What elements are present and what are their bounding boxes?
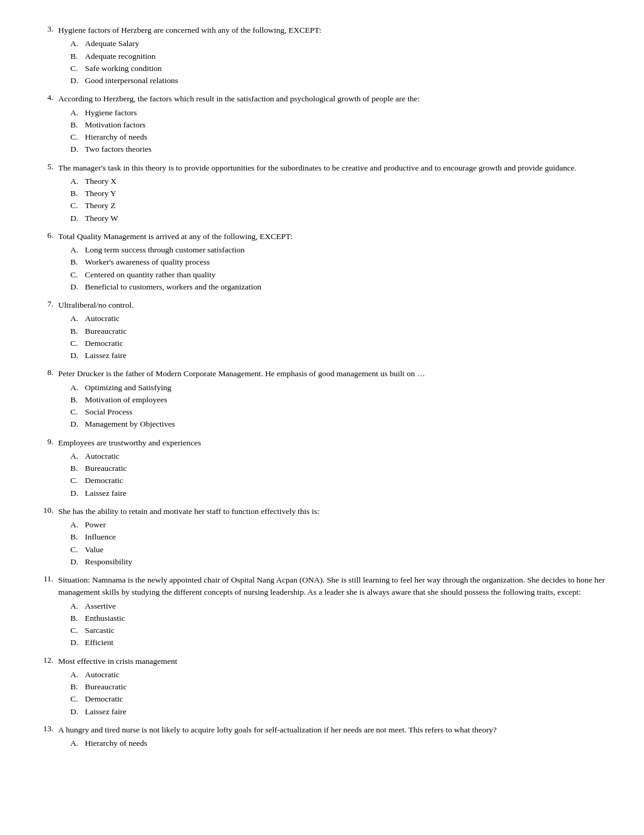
question-content: She has the ability to retain and motiva… (58, 505, 608, 568)
question-content: Most effective in crisis managementA.Aut… (58, 655, 608, 718)
choice-letter: A. (70, 107, 85, 119)
questions-container: 3.Hygiene factors of Herzberg are concer… (36, 24, 608, 749)
question-block: 6.Total Quality Management is arrived at… (36, 231, 608, 293)
choice-letter: C. (70, 624, 85, 637)
question-block: 10.She has the ability to retain and mot… (36, 505, 608, 568)
choices-list: A.Hierarchy of needs (70, 737, 608, 749)
choice-item: A.Long term success through customer sat… (70, 244, 608, 256)
choice-letter: C. (70, 337, 85, 350)
choice-text: Motivation of employees (85, 394, 608, 406)
choice-item: B.Theory Y (70, 188, 608, 200)
question-block: 3.Hygiene factors of Herzberg are concer… (36, 24, 608, 87)
choice-text: Autocratic (85, 669, 608, 681)
choice-letter: C. (70, 63, 85, 75)
choices-list: A.Theory XB.Theory YC.Theory ZD.Theory W (70, 175, 608, 225)
choice-text: Autocratic (85, 313, 608, 325)
choice-letter: A. (70, 175, 85, 188)
choice-text: Motivation factors (85, 119, 608, 131)
choice-letter: A. (70, 600, 85, 612)
choice-item: D.Laissez faire (70, 706, 608, 718)
choice-letter: A. (70, 244, 85, 256)
choice-text: Assertive (85, 600, 608, 612)
question-number: 11. (36, 574, 58, 649)
choice-item: B.Motivation factors (70, 119, 608, 131)
choices-list: A.AutocraticB.BureaucraticC.DemocraticD.… (70, 450, 608, 499)
question-block: 5.The manager's task in this theory is t… (36, 162, 608, 225)
choice-item: C.Hierarchy of needs (70, 131, 608, 143)
choice-item: A.Power (70, 519, 608, 531)
choice-text: Hierarchy of needs (85, 131, 608, 143)
question-block: 12.Most effective in crisis managementA.… (36, 655, 608, 718)
choice-item: B.Bureaucratic (70, 681, 608, 693)
question-content: Situation: Namnama is the newly appointe… (58, 574, 608, 649)
choice-item: C.Social Process (70, 406, 608, 418)
choice-item: D.Laissez faire (70, 487, 608, 499)
choice-item: D.Management by Objectives (70, 418, 608, 430)
choice-letter: A. (70, 450, 85, 462)
question-text: A hungry and tired nurse is not likely t… (58, 724, 608, 736)
question-text: She has the ability to retain and motiva… (58, 505, 608, 518)
question-text: The manager's task in this theory is to … (58, 162, 608, 174)
choice-text: Bureaucratic (85, 681, 608, 693)
choice-text: Efficient (85, 637, 608, 649)
choice-letter: A. (70, 669, 85, 681)
choice-letter: D. (70, 143, 85, 155)
choice-item: B.Worker's awareness of quality process (70, 256, 608, 268)
choice-letter: D. (70, 350, 85, 362)
choice-item: A.Hygiene factors (70, 107, 608, 119)
choice-letter: D. (70, 212, 85, 225)
choice-text: Sarcastic (85, 624, 608, 637)
choice-item: B.Adequate recognition (70, 50, 608, 63)
choices-list: A.Hygiene factorsB.Motivation factorsC.H… (70, 107, 608, 156)
question-content: Employees are trustworthy and experience… (58, 437, 608, 499)
choice-text: Beneficial to customers, workers and the… (85, 281, 608, 293)
question-block: 8.Peter Drucker is the father of Modern … (36, 368, 608, 430)
question-number: 5. (36, 162, 58, 225)
choice-item: C.Democratic (70, 693, 608, 705)
choices-list: A.Adequate SalaryB.Adequate recognitionC… (70, 38, 608, 87)
choice-letter: A. (70, 519, 85, 531)
choice-text: Good interpersonal relations (85, 75, 608, 87)
choice-text: Democratic (85, 475, 608, 487)
choice-text: Laissez faire (85, 350, 608, 362)
choice-letter: C. (70, 269, 85, 281)
question-text: Situation: Namnama is the newly appointe… (58, 574, 608, 599)
question-number: 3. (36, 24, 58, 87)
choice-letter: D. (70, 75, 85, 87)
choice-letter: B. (70, 681, 85, 693)
question-text: Most effective in crisis management (58, 655, 608, 668)
choice-text: Power (85, 519, 608, 531)
choice-text: Optimizing and Satisfying (85, 382, 608, 394)
choice-letter: B. (70, 394, 85, 406)
choice-text: Safe working condition (85, 63, 608, 75)
question-block: 7.Ultraliberal/no control.A.AutocraticB.… (36, 299, 608, 362)
choice-text: Democratic (85, 693, 608, 705)
question-number: 9. (36, 437, 58, 499)
choice-text: Hygiene factors (85, 107, 608, 119)
choice-text: Long term success through customer satis… (85, 244, 608, 256)
question-content: The manager's task in this theory is to … (58, 162, 608, 225)
question-number: 10. (36, 505, 58, 568)
choice-letter: D. (70, 281, 85, 293)
choice-letter: C. (70, 200, 85, 212)
choice-item: C.Centered on quantity rather than quali… (70, 269, 608, 281)
question-text: Peter Drucker is the father of Modern Co… (58, 368, 608, 380)
choice-item: D.Beneficial to customers, workers and t… (70, 281, 608, 293)
choice-text: Autocratic (85, 450, 608, 462)
choice-text: Social Process (85, 406, 608, 418)
choice-letter: D. (70, 418, 85, 430)
choice-text: Bureaucratic (85, 325, 608, 337)
choices-list: A.Long term success through customer sat… (70, 244, 608, 293)
choice-letter: B. (70, 612, 85, 624)
choice-text: Theory W (85, 212, 608, 225)
choices-list: A.Optimizing and SatisfyingB.Motivation … (70, 382, 608, 431)
choice-item: A.Autocratic (70, 313, 608, 325)
question-content: A hungry and tired nurse is not likely t… (58, 724, 608, 750)
question-number: 7. (36, 299, 58, 362)
choices-list: A.PowerB.InfluenceC.ValueD.Responsibilit… (70, 519, 608, 568)
choice-item: D.Efficient (70, 637, 608, 649)
choice-letter: A. (70, 38, 85, 50)
choice-text: Management by Objectives (85, 418, 608, 430)
choice-text: Two factors theories (85, 143, 608, 155)
choices-list: A.AutocraticB.BureaucraticC.DemocraticD.… (70, 313, 608, 362)
